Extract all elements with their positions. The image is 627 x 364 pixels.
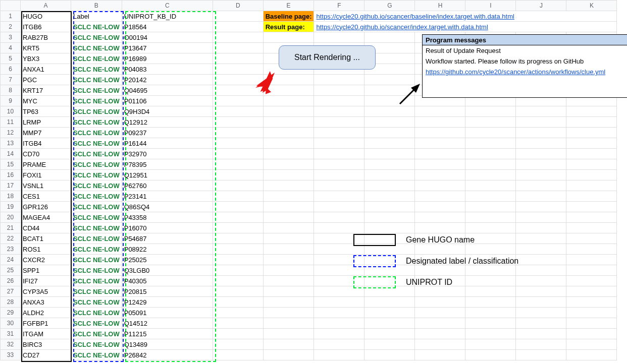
cell-F7[interactable] — [314, 75, 364, 85]
cell-D26[interactable] — [213, 276, 263, 286]
cell-K29[interactable] — [566, 308, 617, 318]
cell-D23[interactable] — [213, 244, 263, 255]
cell-G29[interactable] — [364, 308, 415, 318]
cell-H17[interactable] — [415, 180, 465, 191]
row-header[interactable]: 10 — [1, 106, 21, 117]
cell-A19[interactable]: GPR126 — [21, 202, 71, 212]
row-header[interactable]: 16 — [1, 170, 21, 180]
cell-B25[interactable]: SCLC NE-LOW — [71, 265, 122, 276]
cell-H20[interactable] — [415, 212, 465, 223]
cell-C6[interactable]: P04083 — [122, 64, 213, 75]
cell-H14[interactable] — [415, 149, 465, 159]
cell-A8[interactable]: KRT17 — [21, 85, 71, 96]
row-header[interactable]: 22 — [1, 233, 21, 244]
cell-J14[interactable] — [516, 149, 566, 159]
cell-F11[interactable] — [314, 117, 364, 128]
cell-A24[interactable]: CXCR2 — [21, 255, 71, 265]
cell-E21[interactable] — [263, 223, 314, 233]
row-header[interactable]: 6 — [1, 64, 21, 75]
cell-H15[interactable] — [415, 159, 465, 170]
cell-B8[interactable]: SCLC NE-LOW — [71, 85, 122, 96]
cell-D28[interactable] — [213, 297, 263, 308]
cell-A32[interactable]: BIRC3 — [21, 339, 71, 350]
cell-G14[interactable] — [364, 149, 415, 159]
cell-H16[interactable] — [415, 170, 465, 180]
row-header[interactable]: 2 — [1, 22, 21, 32]
cell-I18[interactable] — [465, 191, 516, 202]
cell-B5[interactable]: SCLC NE-LOW — [71, 53, 122, 64]
cell-A2[interactable]: ITGB6 — [21, 22, 71, 32]
cell-C17[interactable]: P62760 — [122, 180, 213, 191]
row-header[interactable]: 29 — [1, 308, 21, 318]
cell-C10[interactable]: Q9H3D4 — [122, 106, 213, 117]
cell-C25[interactable]: Q3LGB0 — [122, 265, 213, 276]
row-header[interactable]: 9 — [1, 96, 21, 106]
cell-G16[interactable] — [364, 170, 415, 180]
cell-A4[interactable]: KRT5 — [21, 43, 71, 53]
cell-G11[interactable] — [364, 117, 415, 128]
baseline-link[interactable]: https://cycle20.github.io/scancer/baseli… — [316, 13, 514, 20]
column-header-K[interactable]: K — [566, 1, 617, 11]
cell-A17[interactable]: VSNL1 — [21, 180, 71, 191]
cell-A6[interactable]: ANXA1 — [21, 64, 71, 75]
cell-K14[interactable] — [566, 149, 617, 159]
cell-J26[interactable] — [516, 276, 566, 286]
cell-B10[interactable]: SCLC NE-LOW — [71, 106, 122, 117]
cell-G17[interactable] — [364, 180, 415, 191]
column-header-I[interactable]: I — [465, 1, 516, 11]
cell-F19[interactable] — [314, 202, 364, 212]
cell-B19[interactable]: SCLC NE-LOW — [71, 202, 122, 212]
cell-B31[interactable]: SCLC NE-LOW — [71, 329, 122, 339]
cell-D31[interactable] — [213, 329, 263, 339]
cell-C22[interactable]: P54687 — [122, 233, 213, 244]
cell-F28[interactable] — [314, 297, 364, 308]
cell-A23[interactable]: ROS1 — [21, 244, 71, 255]
cell-D5[interactable] — [213, 53, 263, 64]
cell-C8[interactable]: Q04695 — [122, 85, 213, 96]
cell-J29[interactable] — [516, 308, 566, 318]
cell-D30[interactable] — [213, 318, 263, 329]
cell-C16[interactable]: Q12951 — [122, 170, 213, 180]
cell-G3[interactable] — [364, 32, 415, 43]
cell-C24[interactable]: P25025 — [122, 255, 213, 265]
cell-I29[interactable] — [465, 308, 516, 318]
cell-K17[interactable] — [566, 180, 617, 191]
cell-F3[interactable] — [314, 32, 364, 43]
cell-H29[interactable] — [415, 308, 465, 318]
cell-A16[interactable]: FOXI1 — [21, 170, 71, 180]
cell-K22[interactable] — [566, 233, 617, 244]
cell-B18[interactable]: SCLC NE-LOW — [71, 191, 122, 202]
cell-C20[interactable]: P43358 — [122, 212, 213, 223]
cell-C31[interactable]: P11215 — [122, 329, 213, 339]
cell-I32[interactable] — [465, 339, 516, 350]
row-header[interactable]: 23 — [1, 244, 21, 255]
cell-D12[interactable] — [213, 128, 263, 138]
cell-K30[interactable] — [566, 318, 617, 329]
cell-E24[interactable] — [263, 255, 314, 265]
row-header[interactable]: 7 — [1, 75, 21, 85]
cell-F9[interactable] — [314, 96, 364, 106]
row-header[interactable]: 14 — [1, 149, 21, 159]
cell-E28[interactable] — [263, 297, 314, 308]
cell-B16[interactable]: SCLC NE-LOW — [71, 170, 122, 180]
row-header[interactable]: 31 — [1, 329, 21, 339]
cell-E20[interactable] — [263, 212, 314, 223]
row-header[interactable]: 25 — [1, 265, 21, 276]
cell-K26[interactable] — [566, 276, 617, 286]
cell-K16[interactable] — [566, 170, 617, 180]
cell-B23[interactable]: SCLC NE-LOW — [71, 244, 122, 255]
cell-G13[interactable] — [364, 138, 415, 149]
row-header[interactable]: 30 — [1, 318, 21, 329]
cell-G10[interactable] — [364, 106, 415, 117]
cell-C23[interactable]: P08922 — [122, 244, 213, 255]
cell-G31[interactable] — [364, 329, 415, 339]
cell-K23[interactable] — [566, 244, 617, 255]
cell-D32[interactable] — [213, 339, 263, 350]
cell-G32[interactable] — [364, 339, 415, 350]
cell-E33[interactable] — [263, 350, 314, 360]
cell-F15[interactable] — [314, 159, 364, 170]
cell-B28[interactable]: SCLC NE-LOW — [71, 297, 122, 308]
cell-I31[interactable] — [465, 329, 516, 339]
cell-I15[interactable] — [465, 159, 516, 170]
cell-I10[interactable] — [465, 106, 516, 117]
